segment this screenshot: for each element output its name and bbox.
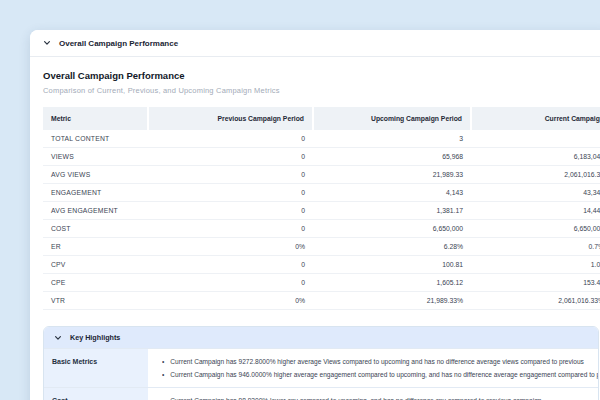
metric-upcoming: 1,381.17	[313, 202, 471, 220]
metric-name: VTR	[43, 292, 148, 310]
table-row: CPV 0 100.81 1.08	[43, 256, 600, 274]
metric-name: AVG ENGAGEMENT	[43, 202, 148, 220]
page-title: Overall Campaign Performance	[43, 70, 599, 81]
table-row: AVG VIEWS 0 21,989.33 2,061,016.33	[43, 166, 600, 184]
metric-previous: 0	[148, 130, 313, 148]
table-row: CPE 0 1,605.12 153.43	[43, 274, 600, 292]
metric-previous: 0	[148, 202, 313, 220]
highlight-bullet: Current Campaign has 946.0000% higher av…	[162, 368, 598, 381]
table-row: VIEWS 0 65,968 6,183,049	[43, 148, 600, 166]
chevron-down-icon	[54, 334, 62, 342]
panel-collapse-header[interactable]: Overall Campaign Performance	[30, 30, 600, 57]
table-row: COST 0 6,650,000 6,650,000	[43, 220, 600, 238]
metric-upcoming: 21,989.33%	[313, 292, 471, 310]
metric-name: CPV	[43, 256, 148, 274]
metric-previous: 0	[148, 220, 313, 238]
metric-upcoming: 3	[313, 130, 471, 148]
table-row: ENGAGEMENT 0 4,143 43,341	[43, 184, 600, 202]
metric-name: TOTAL CONTENT	[43, 130, 148, 148]
panel-content: Overall Campaign Performance Comparison …	[30, 57, 600, 400]
metric-upcoming: 6,650,000	[313, 220, 471, 238]
metric-upcoming: 1,605.12	[313, 274, 471, 292]
metric-name: ER	[43, 238, 148, 256]
metric-upcoming: 100.81	[313, 256, 471, 274]
metric-upcoming: 4,143	[313, 184, 471, 202]
metric-previous: 0	[148, 256, 313, 274]
metric-current: 6,183,049	[471, 148, 600, 166]
highlight-bullets: Current Campaign has 98.9300% lower cpv …	[148, 388, 598, 400]
highlight-bullet: Current Campaign has 9272.8000% higher a…	[162, 355, 598, 368]
chevron-down-icon	[43, 39, 51, 47]
metric-name: VIEWS	[43, 148, 148, 166]
highlight-row-cost: Cost Current Campaign has 98.9300% lower…	[44, 387, 598, 400]
metric-previous: 0	[148, 166, 313, 184]
metric-current: 43,341	[471, 184, 600, 202]
table-row: AVG ENGAGEMENT 0 1,381.17 14,447	[43, 202, 600, 220]
metric-current: 0.7%	[471, 238, 600, 256]
highlight-label: Cost	[44, 388, 148, 400]
panel-collapse-label: Overall Campaign Performance	[59, 39, 178, 48]
metric-upcoming: 6.28%	[313, 238, 471, 256]
metric-name: COST	[43, 220, 148, 238]
metric-upcoming: 21,989.33	[313, 166, 471, 184]
metric-name: ENGAGEMENT	[43, 184, 148, 202]
column-header-current: Current Campaign	[471, 107, 600, 130]
key-highlights-title: Key Highlights	[70, 333, 120, 342]
column-header-previous: Previous Campaign Period	[148, 107, 313, 130]
table-row: TOTAL CONTENT 0 3 3	[43, 130, 600, 148]
page-subtitle: Comparison of Current, Previous, and Upc…	[43, 86, 599, 95]
metric-previous: 0%	[148, 238, 313, 256]
table-header-row: Metric Previous Campaign Period Upcoming…	[43, 107, 600, 130]
highlight-label: Basic Metrics	[44, 349, 148, 387]
metric-current: 2,061,016.33%	[471, 292, 600, 310]
highlight-bullets: Current Campaign has 9272.8000% higher a…	[148, 349, 598, 387]
metric-previous: 0	[148, 274, 313, 292]
metric-previous: 0	[148, 184, 313, 202]
key-highlights-collapse-header[interactable]: Key Highlights	[44, 327, 598, 348]
campaign-performance-panel: Overall Campaign Performance Overall Cam…	[30, 30, 600, 400]
metric-current: 6,650,000	[471, 220, 600, 238]
column-header-metric: Metric	[43, 107, 148, 130]
metric-current: 3	[471, 130, 600, 148]
metrics-table: Metric Previous Campaign Period Upcoming…	[43, 107, 600, 310]
metric-upcoming: 65,968	[313, 148, 471, 166]
metric-previous: 0%	[148, 292, 313, 310]
highlight-row-basic-metrics: Basic Metrics Current Campaign has 9272.…	[44, 348, 598, 387]
metric-current: 153.43	[471, 274, 600, 292]
metric-previous: 0	[148, 148, 313, 166]
table-row: ER 0% 6.28% 0.7%	[43, 238, 600, 256]
metric-name: CPE	[43, 274, 148, 292]
key-highlights-section: Key Highlights Basic Metrics Current Cam…	[43, 326, 599, 400]
column-header-upcoming: Upcoming Campaign Period	[313, 107, 471, 130]
table-row: VTR 0% 21,989.33% 2,061,016.33%	[43, 292, 600, 310]
metric-current: 1.08	[471, 256, 600, 274]
highlight-bullet: Current Campaign has 98.9300% lower cpv …	[162, 394, 598, 400]
metric-current: 14,447	[471, 202, 600, 220]
metric-current: 2,061,016.33	[471, 166, 600, 184]
metric-name: AVG VIEWS	[43, 166, 148, 184]
